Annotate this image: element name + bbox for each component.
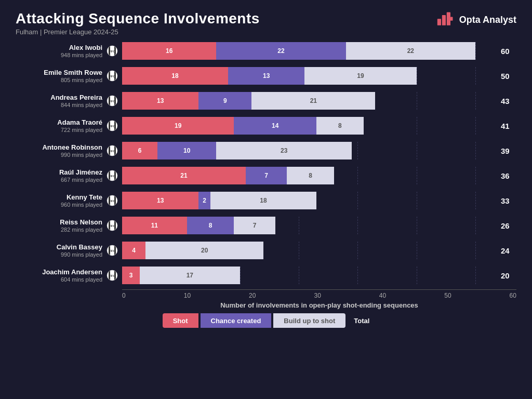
club-badge-0: FFC xyxy=(107,45,119,57)
fulham-badge: FFC xyxy=(107,45,118,57)
fulham-badge: FFC xyxy=(107,270,118,281)
bars-9: 3 17 xyxy=(122,267,497,284)
xaxis-area: 0102030405060 Number of involvements in … xyxy=(16,289,516,309)
bar-buildup-6: 18 xyxy=(210,192,316,209)
player-mins-7: 282 mins played xyxy=(16,227,102,233)
legend-buildup-box: Build up to shot xyxy=(273,313,345,328)
bars-7: 11 8 7 xyxy=(122,217,497,234)
bar-shot-6: 13 xyxy=(122,192,198,209)
player-name-5: Raúl Jiménez xyxy=(16,168,102,177)
legend: Shot Chance created Build up to shot Tot… xyxy=(16,313,516,328)
club-badge-8: FFC xyxy=(107,245,119,256)
xaxis-ticks: 0102030405060 xyxy=(122,289,516,299)
total-label-8: 24 xyxy=(501,246,516,255)
player-label: Joachim Andersen 604 mins played xyxy=(16,268,107,283)
player-label: Emile Smith Rowe 805 mins played xyxy=(16,69,107,83)
svg-text:FFC: FFC xyxy=(109,150,115,153)
player-name-3: Adama Traoré xyxy=(16,118,102,127)
main-container: Attacking Sequence Involvements Fulham |… xyxy=(0,0,532,399)
bar-shot-9: 3 xyxy=(122,267,140,284)
legend-item-shot: Shot xyxy=(163,313,198,328)
player-label: Alex Iwobi 948 mins played xyxy=(16,44,107,58)
bar-buildup-1: 19 xyxy=(304,67,416,85)
bar-shot-4: 6 xyxy=(122,142,157,159)
bars-6: 13 2 18 xyxy=(122,192,497,209)
svg-text:FFC: FFC xyxy=(109,125,115,128)
player-name-9: Joachim Andersen xyxy=(16,268,102,276)
bars-8: 4 20 xyxy=(122,242,497,259)
player-mins-0: 948 mins played xyxy=(16,52,102,58)
player-row: Alex Iwobi 948 mins played FFC 16 22 22 … xyxy=(16,40,516,62)
player-name-2: Andreas Pereira xyxy=(16,94,102,102)
xaxis-tick: 60 xyxy=(510,292,516,299)
player-row: Raúl Jiménez 667 mins played FFC 21 7 8 … xyxy=(16,165,516,187)
player-row: Andreas Pereira 844 mins played FFC 13 9… xyxy=(16,90,516,112)
bars-4: 6 10 23 xyxy=(122,142,497,159)
player-name-7: Reiss Nelson xyxy=(16,218,102,227)
legend-chance-box: Chance created xyxy=(201,313,272,328)
player-label: Calvin Bassey 990 mins played xyxy=(16,243,107,258)
player-row: Antonee Robinson 990 mins played FFC 6 1… xyxy=(16,140,516,162)
fulham-badge: FFC xyxy=(107,120,118,131)
club-badge-2: FFC xyxy=(107,95,119,107)
bar-shot-0: 16 xyxy=(122,42,216,60)
bars-2: 13 9 21 xyxy=(122,92,497,110)
bar-buildup-7: 7 xyxy=(234,217,275,234)
bar-buildup-5: 8 xyxy=(287,167,334,184)
total-label-7: 26 xyxy=(501,221,516,230)
svg-text:FFC: FFC xyxy=(109,100,115,103)
bar-chance-2: 9 xyxy=(198,92,251,110)
player-row: Emile Smith Rowe 805 mins played FFC 18 … xyxy=(16,65,516,87)
player-label: Kenny Tete 960 mins played xyxy=(16,193,107,208)
player-label: Andreas Pereira 844 mins played xyxy=(16,94,107,108)
total-label-5: 36 xyxy=(501,171,516,180)
xaxis-tick: 40 xyxy=(379,292,386,299)
bar-chance-5: 7 xyxy=(246,167,287,184)
player-mins-9: 604 mins played xyxy=(16,276,102,283)
player-name-1: Emile Smith Rowe xyxy=(16,69,102,77)
bar-shot-3: 19 xyxy=(122,117,234,135)
bar-chance-7: 8 xyxy=(187,217,234,234)
player-name-6: Kenny Tete xyxy=(16,193,102,202)
bar-buildup-0: 22 xyxy=(346,42,475,60)
svg-text:FFC: FFC xyxy=(109,224,115,228)
player-row: Adama Traoré 722 mins played FFC 19 14 8… xyxy=(16,115,516,137)
legend-item-buildup: Build up to shot xyxy=(273,313,345,328)
svg-rect-3 xyxy=(450,17,453,21)
fulham-badge: FFC xyxy=(107,170,118,181)
total-label-6: 33 xyxy=(501,196,516,205)
fulham-badge: FFC xyxy=(107,145,118,156)
legend-item-chance: Chance created xyxy=(201,313,272,328)
legend-total-label: Total xyxy=(354,317,369,325)
title-section: Attacking Sequence Involvements Fulham |… xyxy=(16,10,260,36)
xaxis-tick: 0 xyxy=(122,292,126,299)
bars-3: 19 14 8 xyxy=(122,117,497,135)
total-label-2: 43 xyxy=(501,97,516,105)
bar-chance-6: 2 xyxy=(198,192,210,209)
player-name-4: Antonee Robinson xyxy=(16,143,102,152)
bars-5: 21 7 8 xyxy=(122,167,497,184)
svg-rect-2 xyxy=(446,12,450,25)
bar-buildup-2: 21 xyxy=(251,92,375,110)
bar-buildup-3: 8 xyxy=(316,117,364,135)
club-badge-3: FFC xyxy=(107,120,119,131)
svg-text:FFC: FFC xyxy=(109,200,115,203)
svg-text:FFC: FFC xyxy=(109,175,115,178)
club-badge-6: FFC xyxy=(107,195,119,206)
fulham-badge: FFC xyxy=(107,95,118,107)
chart-title: Attacking Sequence Involvements xyxy=(16,10,260,27)
bar-chance-4: 10 xyxy=(157,142,216,159)
player-mins-4: 990 mins played xyxy=(16,152,102,158)
xaxis-tick: 30 xyxy=(314,292,321,299)
club-badge-5: FFC xyxy=(107,170,119,181)
club-badge-9: FFC xyxy=(107,270,119,281)
chart-rows: Alex Iwobi 948 mins played FFC 16 22 22 … xyxy=(16,40,516,286)
player-mins-8: 990 mins played xyxy=(16,251,102,258)
logo-text: Opta Analyst xyxy=(459,15,516,25)
bar-chance-3: 14 xyxy=(234,117,316,135)
xaxis-label: Number of involvements in open-play shot… xyxy=(122,301,516,309)
svg-text:FFC: FFC xyxy=(109,50,115,53)
svg-text:FFC: FFC xyxy=(109,274,115,277)
total-label-9: 20 xyxy=(501,271,516,280)
bar-buildup-4: 23 xyxy=(216,142,352,159)
